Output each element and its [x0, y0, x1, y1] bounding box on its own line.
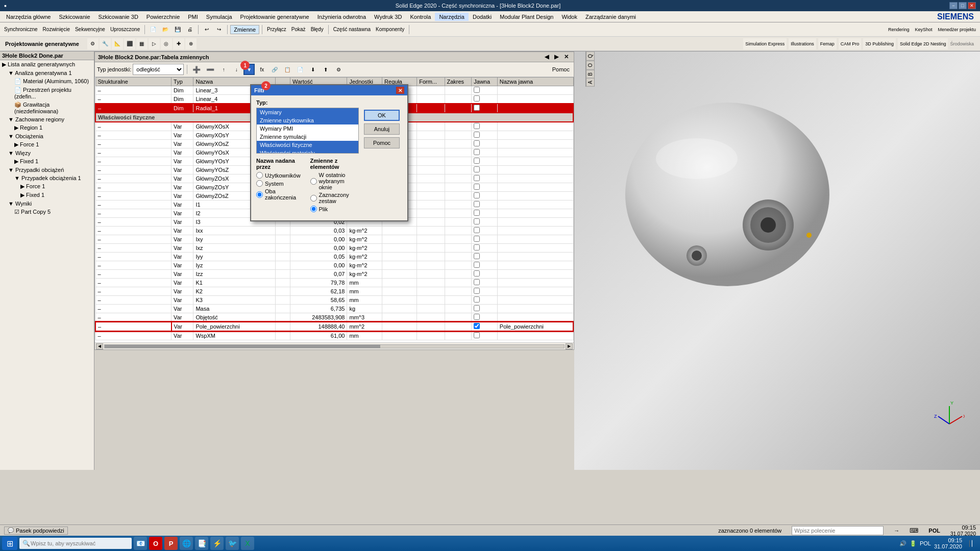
sidebar-item-przestrzen[interactable]: 📄 Przestrzeń projektu (zdefin...	[0, 86, 94, 101]
var-fx-btn[interactable]: fx	[256, 64, 267, 75]
filter-item-wlasci-mat[interactable]: Właściwości materiału	[257, 149, 358, 154]
var-help-btn[interactable]: Pomoc	[550, 64, 572, 75]
radio-both[interactable]	[256, 191, 263, 198]
open-btn[interactable]: 📂	[160, 24, 171, 35]
menu-narzedzia[interactable]: Narzędzia	[435, 13, 469, 21]
jawna-cb[interactable]	[474, 270, 480, 277]
sidebar-item-wyniki[interactable]: ▼ Wyniki	[0, 199, 94, 208]
radio-marked-set-label[interactable]: Zaznaczony zestaw	[310, 192, 359, 204]
table-row[interactable]: –VarIxz0,00kg·m^2	[95, 244, 573, 253]
table-row[interactable]: –VarIzz0,07kg·m^2	[95, 270, 573, 279]
unit-type-select[interactable]: odległość kąt masa	[133, 64, 184, 75]
jawna-cb[interactable]	[474, 314, 480, 320]
gen-tool-1[interactable]: ⚙	[87, 38, 99, 49]
menu-wydruk3d[interactable]: Wydruk 3D	[370, 13, 406, 21]
menu-pmi[interactable]: PMI	[184, 13, 202, 21]
publishing-3d-btn[interactable]: 3D Publishing	[863, 38, 896, 49]
h-scrollbar[interactable]: ◀ ▶	[95, 342, 574, 349]
gen-tool-9[interactable]: ⊕	[185, 38, 197, 49]
jawna-cb[interactable]	[474, 140, 480, 146]
var-settings-btn[interactable]: ⚙	[333, 64, 344, 75]
table-row[interactable]: –VarK358,65mm	[95, 296, 573, 305]
jawna-cb[interactable]	[474, 175, 480, 181]
menu-narzedzia-glowne[interactable]: Narzędzia główne	[2, 13, 55, 21]
taskbar-icon-powerpoint[interactable]: P	[164, 537, 178, 550]
illustrations-btn[interactable]: Illustrations	[789, 38, 816, 49]
femap-btn[interactable]: Femap	[818, 38, 837, 49]
gen-tool-4[interactable]: ⬛	[124, 38, 135, 49]
taskbar-icon-twitter[interactable]: 🐦	[226, 537, 239, 550]
scroll-right-btn[interactable]: ▶	[566, 343, 573, 349]
jawna-cb[interactable]	[474, 332, 480, 338]
jawna-cb[interactable]	[474, 279, 480, 285]
var-add-btn[interactable]: ➕	[190, 64, 203, 75]
jawna-cb[interactable]	[474, 132, 480, 138]
sidebar-item-material[interactable]: 📄 Materiał (Aluminum, 1060)	[0, 77, 94, 86]
jawna-cb-radial[interactable]	[474, 105, 480, 111]
sidebar-item-force1[interactable]: ▶ Force 1	[0, 140, 94, 149]
jawna-cb[interactable]	[474, 227, 480, 233]
jawna-cb[interactable]	[474, 192, 480, 198]
radio-file-label[interactable]: Plik	[310, 206, 359, 212]
sidebar-item-region1[interactable]: ▶ Region 1	[0, 123, 94, 132]
radio-last-window-label[interactable]: W ostatnio wybranym oknie	[310, 172, 359, 190]
var-link-btn[interactable]: 🔗	[269, 64, 280, 75]
przylacz-btn[interactable]: Przyłącz	[265, 24, 288, 35]
sidebar-item-obciazenia[interactable]: ▼ Obciążenia	[0, 132, 94, 140]
menu-kontrola[interactable]: Kontrola	[406, 13, 435, 21]
minimize-button[interactable]: −	[949, 2, 958, 9]
start-button[interactable]: ⊞	[2, 537, 17, 550]
right-tab-b[interactable]: B	[586, 70, 595, 79]
filter-dialog[interactable]: Filtr ✕ Typ: Wymiary Zmienne użytkownika…	[250, 84, 408, 221]
gen-tool-5[interactable]: ▦	[136, 38, 148, 49]
jawna-cb[interactable]	[474, 296, 480, 303]
jawna-cb-pole[interactable]	[474, 323, 480, 329]
menu-powierzchnie[interactable]: Powierzchnie	[142, 13, 184, 21]
menu-szkicowanie-3d[interactable]: Szkicowanie 3D	[94, 13, 142, 21]
sidebar-item-przypadki[interactable]: ▼ Przypadki obciążeń	[0, 166, 94, 174]
sim-express-btn[interactable]: Simulation Express	[743, 38, 787, 49]
table-row[interactable]: –VarK179,78mm	[95, 279, 573, 287]
radio-users[interactable]	[256, 172, 263, 179]
table-row[interactable]: –VarIyy0,05kg·m^2	[95, 253, 573, 261]
table-row-pole[interactable]: – Var Pole_powierzchni 148888,40 mm^2 Po…	[95, 322, 573, 331]
menu-symulacja[interactable]: Symulacja	[202, 13, 236, 21]
maximize-button[interactable]: □	[959, 2, 967, 9]
var-copy-btn[interactable]: 📋	[282, 64, 293, 75]
command-input[interactable]	[792, 526, 884, 535]
pokaz-btn[interactable]: Pokaż	[289, 24, 308, 35]
taskbar-icon-chrome[interactable]: 🌐	[180, 537, 193, 550]
rendering-btn[interactable]: Rendering	[886, 24, 912, 35]
var-table-nav-right[interactable]: ▶	[552, 54, 560, 60]
jawna-cb[interactable]	[474, 149, 480, 155]
jawna-cb[interactable]	[474, 184, 480, 190]
gen-tool-6[interactable]: ▷	[149, 38, 160, 49]
filter-item-wlasci-fiz[interactable]: Właściwości fizyczne	[257, 141, 358, 149]
dialog-ok-btn[interactable]: OK	[364, 110, 400, 121]
sidebar-item-wiezy[interactable]: ▼ Więzy	[0, 149, 94, 157]
menu-projektowanie-gen[interactable]: Projektowanie generatywne	[236, 13, 313, 21]
radio-marked-set[interactable]	[310, 195, 317, 202]
sidebar-item-zachowane[interactable]: ▼ Zachowane regiony	[0, 115, 94, 123]
dialog-help-btn[interactable]: Pomoc	[364, 137, 400, 148]
zmienne-btn[interactable]: Zmienne	[230, 25, 259, 34]
gen-tool-3[interactable]: 📐	[112, 38, 123, 49]
jawna-cb[interactable]	[474, 95, 480, 102]
menu-zarzadzanie[interactable]: Zarządzanie danymi	[581, 13, 640, 21]
show-desktop-btn[interactable]: ▏	[969, 540, 976, 547]
menu-inzynieria[interactable]: Inżynieria odwrotna	[313, 13, 370, 21]
radio-system-label[interactable]: System	[256, 180, 305, 187]
jawna-cb[interactable]	[474, 201, 480, 207]
jawna-cb[interactable]	[474, 244, 480, 251]
taskbar-search-input[interactable]	[19, 538, 132, 549]
table-row[interactable]: –VarMasa6,735kg	[95, 305, 573, 313]
filter-item-wymiary[interactable]: Wymiary	[257, 108, 358, 116]
jawna-cb[interactable]	[474, 236, 480, 242]
dialog-close-btn[interactable]: ✕	[396, 87, 404, 94]
sidebar-item-partcopy5[interactable]: ☑ Part Copy 5	[0, 208, 94, 216]
filter-type-list[interactable]: Wymiary Zmienne użytkownika Wymiary PMI …	[256, 108, 359, 154]
taskbar-icon-excel[interactable]: X	[241, 537, 254, 550]
uproszczone-btn[interactable]: Uproszczone	[108, 24, 142, 35]
table-row[interactable]: –VarWspXM61,00mm	[95, 331, 573, 340]
redo-btn[interactable]: ↪	[213, 24, 225, 35]
